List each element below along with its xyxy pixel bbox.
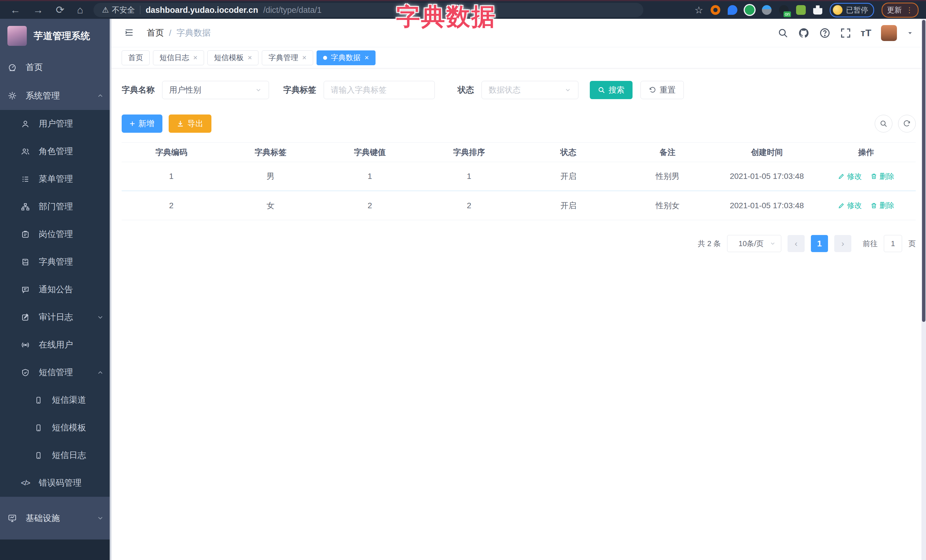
goto-page-input[interactable] xyxy=(884,235,902,252)
tab-sms-template[interactable]: 短信模板 × xyxy=(207,50,259,65)
broadcast-icon xyxy=(21,341,30,349)
prev-page-button[interactable]: ‹ xyxy=(788,235,805,252)
dict-data-table: 字典编码 字典标签 字典键值 字典排序 状态 备注 创建时间 操作 1 男 1 … xyxy=(122,142,916,220)
sidebar-item-infrastructure[interactable]: 基础设施 xyxy=(0,497,111,539)
sidebar-item-online-users[interactable]: 在线用户 xyxy=(0,331,111,359)
plus-icon: + xyxy=(130,119,135,128)
browser-back-icon[interactable]: ← xyxy=(10,4,21,16)
browser-home-icon[interactable]: ⌂ xyxy=(77,4,83,16)
user-icon xyxy=(21,120,30,128)
table-row[interactable]: 2 女 2 2 开启 性别女 2021-01-05 17:03:48 修改 删除 xyxy=(122,191,916,220)
gear-icon xyxy=(8,91,17,100)
page-scrollbar[interactable] xyxy=(921,19,926,560)
extension-icon[interactable] xyxy=(796,5,806,15)
tab-sms-log[interactable]: 短信日志 × xyxy=(153,50,204,65)
close-icon[interactable]: × xyxy=(248,53,252,62)
sidebar-item-notice[interactable]: 通知公告 xyxy=(0,276,111,303)
sidebar-item-error-code-management[interactable]: </> 错误码管理 xyxy=(0,469,111,497)
sidebar-item-role-management[interactable]: 角色管理 xyxy=(0,137,111,165)
extension-icon[interactable] xyxy=(745,5,755,15)
tab-dict-management[interactable]: 字典管理 × xyxy=(262,50,313,65)
address-bar[interactable]: ⚠不安全 dashboard.yudao.iocoder.cn /dict/ty… xyxy=(94,3,643,17)
extension-icon[interactable] xyxy=(762,5,772,15)
help-icon[interactable] xyxy=(819,27,831,39)
search-icon[interactable] xyxy=(778,28,788,38)
col-header: 字典编码 xyxy=(122,147,221,158)
sidebar-scrollbar[interactable] xyxy=(110,19,111,560)
sidebar-item-sms-template[interactable]: 短信模板 xyxy=(0,414,111,442)
sidebar-item-audit-log[interactable]: 审计日志 xyxy=(0,303,111,331)
add-button[interactable]: + 新增 xyxy=(122,115,162,133)
bookmark-star-icon[interactable]: ☆ xyxy=(694,4,703,16)
app-logo-row[interactable]: 芋道管理系统 xyxy=(0,19,111,53)
extension-icon[interactable] xyxy=(711,5,720,15)
github-icon[interactable] xyxy=(798,27,809,39)
warning-icon: ⚠ xyxy=(102,5,109,15)
tab-dict-data[interactable]: 字典数据 × xyxy=(316,50,375,65)
col-header: 字典标签 xyxy=(221,147,320,158)
security-warning[interactable]: ⚠不安全 xyxy=(102,5,135,15)
browser-forward-icon[interactable]: → xyxy=(33,4,43,16)
chevron-down-icon[interactable] xyxy=(906,30,914,36)
breadcrumb-separator: / xyxy=(169,28,171,38)
profile-paused-badge[interactable]: 已暂停 xyxy=(830,3,874,17)
app-title: 芋道管理系统 xyxy=(33,30,90,42)
close-icon[interactable]: × xyxy=(193,53,197,62)
browser-update-button[interactable]: 更新 ⋮ xyxy=(882,3,918,18)
screen: ← → ⟳ ⌂ ⚠不安全 dashboard.yudao.iocoder.cn … xyxy=(0,0,926,560)
search-button[interactable]: 搜索 xyxy=(590,81,632,99)
sidebar-item-home[interactable]: 首页 xyxy=(0,53,111,82)
sidebar-item-dict-management[interactable]: 字典管理 xyxy=(0,248,111,276)
status-select[interactable]: 数据状态 xyxy=(481,81,578,99)
dict-name-select[interactable]: 用户性别 xyxy=(162,81,269,99)
dict-label-input[interactable] xyxy=(324,81,435,99)
sidebar-item-sms-log[interactable]: 短信日志 xyxy=(0,442,111,469)
sidebar-item-sms-management[interactable]: 短信管理 xyxy=(0,359,111,386)
breadcrumb: 首页 / 字典数据 xyxy=(147,27,210,39)
refresh-button[interactable] xyxy=(898,115,916,133)
sidebar-item-user-management[interactable]: 用户管理 xyxy=(0,110,111,137)
browser-menu-icon[interactable]: ⋮ xyxy=(906,6,913,15)
tab-home[interactable]: 首页 xyxy=(122,50,150,65)
col-header: 操作 xyxy=(817,147,916,158)
monitor-icon xyxy=(8,513,17,523)
page-number-1[interactable]: 1 xyxy=(811,235,828,252)
fullscreen-icon[interactable] xyxy=(840,28,851,38)
close-icon[interactable]: × xyxy=(302,53,306,62)
phone-icon xyxy=(33,451,43,459)
col-header: 创建时间 xyxy=(717,147,816,158)
close-icon[interactable]: × xyxy=(365,53,369,62)
sidebar-item-post-management[interactable]: 岗位管理 xyxy=(0,220,111,248)
next-page-button[interactable]: › xyxy=(834,235,851,252)
sidebar: 芋道管理系统 首页 系统管理 用户管理 角色管理 菜单管理 部门管理 xyxy=(0,19,111,560)
delete-link[interactable]: 删除 xyxy=(870,172,894,181)
extension-icon[interactable] xyxy=(779,5,789,15)
sidebar-item-sms-channel[interactable]: 短信渠道 xyxy=(0,386,111,414)
scrollbar-thumb[interactable] xyxy=(922,20,925,322)
org-tree-icon xyxy=(21,202,30,211)
toggle-search-button[interactable] xyxy=(875,115,893,133)
page-size-select[interactable]: 10条/页 xyxy=(727,235,781,252)
extensions-puzzle-icon[interactable] xyxy=(813,5,822,15)
reset-button[interactable]: 重置 xyxy=(640,81,684,99)
sidebar-item-department-management[interactable]: 部门管理 xyxy=(0,193,111,220)
main-area: 首页 / 字典数据 тT 首页 短信日志 × xyxy=(111,19,926,560)
collapse-sidebar-icon[interactable] xyxy=(124,28,135,38)
delete-link[interactable]: 删除 xyxy=(870,201,894,210)
user-avatar[interactable] xyxy=(881,25,897,41)
col-header: 备注 xyxy=(618,147,717,158)
active-tab-dot xyxy=(323,56,327,60)
overlay-annotation-title: 字典数据 xyxy=(396,1,496,33)
table-toolbar: + 新增 导出 xyxy=(122,115,916,133)
extension-icon[interactable] xyxy=(728,5,737,15)
edit-link[interactable]: 修改 xyxy=(838,172,862,181)
edit-link[interactable]: 修改 xyxy=(838,201,862,210)
sidebar-item-menu-management[interactable]: 菜单管理 xyxy=(0,165,111,193)
breadcrumb-home[interactable]: 首页 xyxy=(147,27,164,39)
table-row[interactable]: 1 男 1 1 开启 性别男 2021-01-05 17:03:48 修改 删除 xyxy=(122,162,916,191)
phone-icon xyxy=(33,424,43,432)
browser-reload-icon[interactable]: ⟳ xyxy=(56,4,64,16)
export-button[interactable]: 导出 xyxy=(169,115,212,133)
sidebar-item-system-management[interactable]: 系统管理 xyxy=(0,82,111,110)
font-size-icon[interactable]: тT xyxy=(861,27,871,38)
